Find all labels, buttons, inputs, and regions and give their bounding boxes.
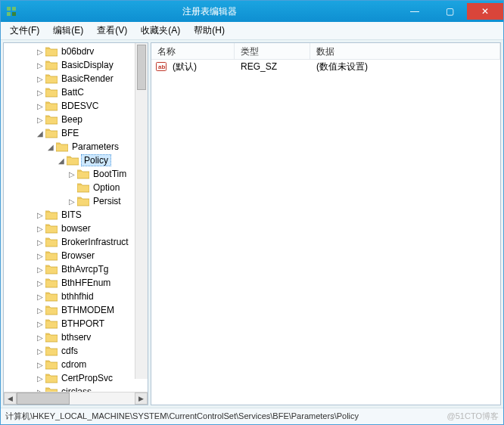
tree-item-label: Beep (60, 114, 84, 125)
scroll-right-button[interactable]: ▶ (135, 392, 148, 405)
tree-item[interactable]: ▷BrokerInfrastruct (4, 235, 148, 249)
tree-item[interactable]: ▷BDESVC (4, 99, 148, 113)
tree-item[interactable]: ▷bthserv (4, 330, 148, 344)
expander-icon[interactable]: ▷ (36, 116, 45, 124)
expander-icon[interactable]: ▷ (36, 75, 45, 83)
tree-item[interactable]: ▷b06bdrv (4, 45, 148, 58)
menu-favorites[interactable]: 收藏夹(A) (135, 23, 186, 39)
maximize-button[interactable]: ▢ (432, 3, 467, 20)
tree-item[interactable]: ▷BTHPORT (4, 317, 148, 330)
expander-icon[interactable]: ▷ (36, 388, 45, 392)
expander-icon[interactable]: ▷ (36, 293, 45, 301)
folder-icon (45, 101, 58, 111)
expander-icon[interactable]: ▷ (36, 306, 45, 315)
expander-icon[interactable]: ◢ (57, 157, 66, 165)
folder-icon (45, 373, 58, 383)
tree-item[interactable]: ▷cdfs (4, 344, 148, 358)
expander-icon[interactable]: ▷ (36, 211, 45, 219)
close-button[interactable]: ✕ (467, 3, 503, 20)
folder-icon (45, 346, 58, 356)
tree-item[interactable]: ▷BattC (4, 85, 148, 99)
expander-icon[interactable]: ▷ (36, 333, 45, 342)
tree-vertical-scrollbar[interactable] (135, 43, 148, 379)
tree-item[interactable]: ◢BFE (4, 126, 148, 140)
folder-icon (45, 128, 58, 138)
expander-icon[interactable]: ▷ (36, 347, 45, 355)
menu-file[interactable]: 文件(F) (4, 23, 45, 39)
folder-icon (45, 305, 58, 315)
tree-item[interactable]: ▷Beep (4, 113, 148, 126)
tree-item[interactable]: ◢Parameters (4, 140, 148, 154)
column-header-type[interactable]: 类型 (235, 43, 310, 59)
tree-item-label: Browser (60, 250, 96, 261)
list-row[interactable]: ab (默认) REG_SZ (数值未设置) (151, 60, 500, 73)
tree-item-label: bthserv (60, 332, 92, 343)
tree-item[interactable]: ▷BasicRender (4, 72, 148, 85)
column-header-data[interactable]: 数据 (310, 43, 500, 59)
titlebar[interactable]: 注册表编辑器 — ▢ ✕ (1, 1, 503, 22)
minimize-button[interactable]: — (397, 3, 432, 20)
tree-item[interactable]: ▷BthHFEnum (4, 276, 148, 290)
tree-scroll[interactable]: ▷b06bdrv▷BasicDisplay▷BasicRender▷BattC▷… (4, 43, 148, 392)
scrollbar-thumb[interactable] (137, 45, 146, 90)
expander-icon[interactable]: ▷ (36, 279, 45, 287)
tree-item[interactable]: ▷Persist (4, 194, 148, 208)
scrollbar-thumb[interactable] (17, 392, 70, 405)
folder-icon (56, 141, 68, 152)
tree-item[interactable]: ▷CertPropSvc (4, 371, 148, 385)
expander-icon[interactable]: ▷ (36, 61, 45, 70)
expander-icon[interactable]: ▷ (36, 252, 45, 260)
expander-icon[interactable]: ▷ (36, 48, 45, 56)
tree-item-label: BthHFEnum (60, 278, 112, 288)
tree-item[interactable]: ▷BITS (4, 208, 148, 222)
scroll-track[interactable] (17, 392, 135, 405)
expander-icon[interactable]: ◢ (46, 143, 55, 151)
folder-icon (45, 386, 58, 392)
expander-icon[interactable]: ◢ (36, 129, 45, 138)
expander-icon[interactable]: ▷ (36, 238, 45, 247)
tree-item-label: BootTim (92, 169, 128, 179)
string-value-icon: ab (156, 61, 166, 72)
expander-icon[interactable]: ▷ (36, 102, 45, 110)
column-header-name[interactable]: 名称 (151, 43, 235, 59)
app-icon (5, 5, 17, 17)
tree-item[interactable]: ▷Browser (4, 249, 148, 262)
tree-item[interactable]: ▷bthhfhid (4, 290, 148, 303)
scroll-left-button[interactable]: ◀ (4, 392, 17, 405)
expander-icon[interactable]: ▷ (36, 225, 45, 233)
expander-icon[interactable]: ▷ (36, 320, 45, 328)
expander-icon[interactable]: ▷ (67, 197, 76, 206)
tree-item-label: BthAvrcpTg (60, 264, 110, 275)
svg-rect-3 (12, 12, 16, 16)
content-area: ▷b06bdrv▷BasicDisplay▷BasicRender▷BattC▷… (1, 40, 503, 408)
tree-item[interactable]: ▷circlass (4, 385, 148, 392)
menu-help[interactable]: 帮助(H) (188, 23, 231, 39)
expander-icon[interactable]: ▷ (67, 170, 76, 178)
tree-item[interactable]: ◢Policy (4, 154, 148, 167)
menu-edit[interactable]: 编辑(E) (47, 23, 89, 39)
expander-icon[interactable]: ▷ (36, 88, 45, 97)
folder-icon (45, 278, 58, 288)
folder-icon (45, 250, 58, 261)
tree-item-label: BattC (60, 87, 86, 98)
tree: ▷b06bdrv▷BasicDisplay▷BasicRender▷BattC▷… (4, 43, 148, 392)
expander-icon[interactable]: ▷ (36, 361, 45, 369)
list-body[interactable]: ab (默认) REG_SZ (数值未设置) (151, 60, 500, 405)
folder-icon (45, 73, 58, 84)
tree-item-label: BTHMODEM (60, 305, 116, 315)
menu-view[interactable]: 查看(V) (91, 23, 133, 39)
tree-item[interactable]: ▷cdrom (4, 358, 148, 371)
tree-item[interactable]: ▷BootTim (4, 167, 148, 181)
tree-item-label: BTHPORT (60, 318, 106, 329)
tree-item[interactable]: ▷BthAvrcpTg (4, 262, 148, 276)
tree-item[interactable]: ▷bowser (4, 222, 148, 235)
tree-item[interactable]: Option (4, 181, 148, 194)
tree-item-label: CertPropSvc (60, 373, 114, 383)
expander-icon[interactable]: ▷ (36, 374, 45, 383)
expander-icon[interactable]: ▷ (36, 265, 45, 274)
svg-text:ab: ab (158, 64, 165, 70)
tree-item[interactable]: ▷BTHMODEM (4, 303, 148, 317)
tree-horizontal-scrollbar[interactable]: ◀ ▶ (4, 392, 148, 405)
tree-item[interactable]: ▷BasicDisplay (4, 58, 148, 72)
folder-icon (45, 114, 58, 125)
